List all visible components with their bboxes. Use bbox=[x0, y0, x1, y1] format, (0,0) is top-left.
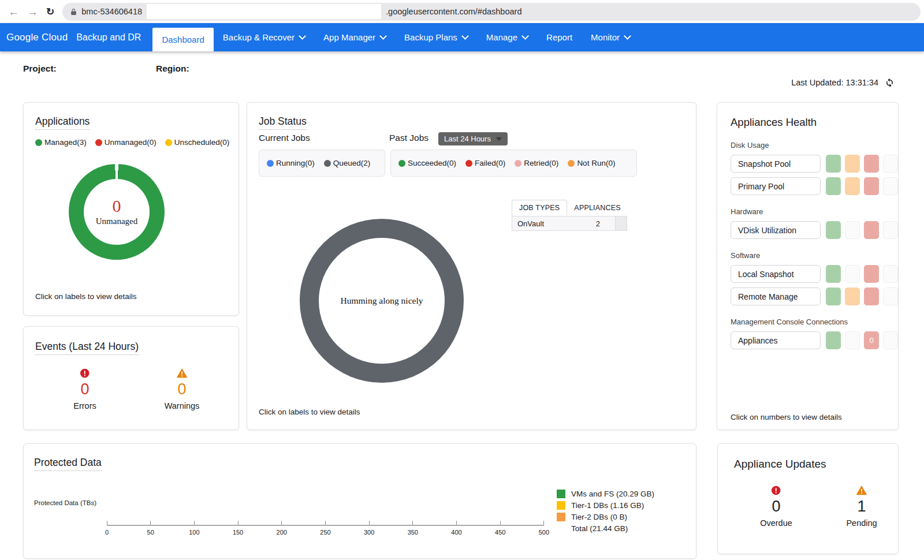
job-status-donut-chart[interactable]: Humming along nicely bbox=[300, 219, 464, 383]
health-cells bbox=[826, 221, 898, 239]
health-cell-none[interactable] bbox=[883, 331, 898, 349]
applications-donut-chart[interactable]: 0 Unmanaged bbox=[69, 164, 165, 260]
health-cell-none[interactable] bbox=[883, 288, 898, 305]
legend-managed[interactable]: Managed(3) bbox=[35, 138, 87, 147]
url-redaction-box bbox=[147, 4, 381, 19]
job-types-table: OnVault 2 bbox=[512, 216, 627, 231]
menu-report[interactable]: Report bbox=[537, 23, 582, 51]
menu-backup-plans[interactable]: Backup Plans bbox=[395, 23, 477, 51]
warnings-stat[interactable]: 0 Warnings bbox=[165, 368, 200, 410]
legend-queued[interactable]: Queued(2) bbox=[324, 159, 371, 167]
unmanaged-dot-icon bbox=[95, 139, 102, 146]
protected-data-ylabel: Protected Data (TBs) bbox=[34, 499, 96, 506]
health-cell-err[interactable]: 0 bbox=[864, 331, 879, 349]
warnings-count[interactable]: 0 bbox=[177, 381, 186, 398]
legend-vms-fs[interactable]: VMs and FS (20.29 GB) bbox=[557, 490, 654, 498]
health-cell-none[interactable] bbox=[883, 177, 898, 195]
legend-tier1-dbs[interactable]: Tier-1 DBs (1.16 GB) bbox=[557, 501, 654, 510]
protected-data-title: Protected Data bbox=[34, 457, 102, 471]
legend-running[interactable]: Running(0) bbox=[267, 159, 315, 167]
vdisk-utilization-button[interactable]: VDisk Utilization bbox=[731, 221, 821, 239]
errors-stat[interactable]: 0 Errors bbox=[73, 368, 96, 410]
events-title: Events (Last 24 Hours) bbox=[35, 341, 139, 355]
health-cell-err[interactable] bbox=[864, 265, 879, 283]
overdue-stat[interactable]: 0 Overdue bbox=[760, 486, 792, 528]
snapshot-pool-button[interactable]: Snapshot Pool bbox=[731, 155, 821, 173]
lock-icon bbox=[70, 8, 77, 16]
health-cell-ok[interactable] bbox=[826, 155, 841, 173]
applications-footnote: Click on labels to view details bbox=[35, 292, 137, 301]
warnings-label: Warnings bbox=[165, 401, 200, 410]
primary-pool-button[interactable]: Primary Pool bbox=[731, 177, 821, 195]
back-icon[interactable]: ← bbox=[8, 6, 19, 17]
health-cell-err[interactable] bbox=[864, 221, 879, 239]
health-cells bbox=[826, 155, 898, 173]
error-icon bbox=[772, 486, 781, 495]
health-row: Remote Manage bbox=[731, 288, 898, 305]
pending-stat[interactable]: 1 Pending bbox=[846, 486, 877, 528]
legend-unmanaged[interactable]: Unmanaged(0) bbox=[95, 138, 157, 147]
running-dot-icon bbox=[267, 160, 274, 167]
legend-succeeded[interactable]: Succeeded(0) bbox=[398, 159, 456, 167]
legend-not-run[interactable]: Not Run(0) bbox=[568, 159, 615, 167]
tab-job-types[interactable]: JOB TYPES bbox=[512, 200, 567, 215]
past-jobs-legend-box: Succeeded(0) Failed(0) Retried(0) Not Ru… bbox=[390, 150, 637, 177]
management-console-connections-label: Management Console Connections bbox=[731, 318, 898, 326]
local-snapshot-button[interactable]: Local Snapshot bbox=[731, 265, 821, 283]
forward-icon[interactable]: → bbox=[27, 6, 38, 17]
health-cell-err[interactable] bbox=[864, 155, 879, 173]
health-cell-none[interactable] bbox=[883, 155, 898, 173]
job-table-tabs: JOB TYPES APPLIANCES bbox=[512, 200, 628, 215]
health-cells bbox=[826, 265, 898, 283]
browser-chrome: ← → ↻ bmc-534606418 .googleusercontent.c… bbox=[0, 0, 924, 23]
health-cell-none[interactable] bbox=[845, 331, 860, 349]
menu-app-manager[interactable]: App Manager bbox=[314, 23, 395, 51]
health-cell-ok[interactable] bbox=[826, 288, 841, 305]
applications-title: Applications bbox=[35, 115, 90, 130]
health-cell-err[interactable] bbox=[864, 177, 879, 195]
health-cell-err[interactable] bbox=[864, 288, 879, 305]
health-cell-none[interactable] bbox=[883, 265, 898, 283]
url-bar[interactable]: bmc-534606418 .googleusercontent.com/#da… bbox=[62, 3, 921, 21]
health-cell-none[interactable] bbox=[845, 265, 860, 283]
legend-unscheduled[interactable]: Unscheduled(0) bbox=[165, 138, 229, 147]
past-jobs-range-dropdown[interactable]: Last 24 Hours bbox=[438, 132, 508, 145]
health-cell-warn[interactable] bbox=[845, 288, 860, 305]
job-status-message: Humming along nicely bbox=[341, 296, 423, 306]
pending-count[interactable]: 1 bbox=[857, 498, 866, 516]
health-cell-warn[interactable] bbox=[845, 155, 860, 173]
errors-count[interactable]: 0 bbox=[80, 381, 89, 398]
disk-usage-label: Disk Usage bbox=[731, 141, 898, 150]
reload-icon[interactable]: ↻ bbox=[46, 7, 54, 17]
failed-dot-icon bbox=[465, 160, 472, 167]
remote-manage-button[interactable]: Remote Manage bbox=[731, 288, 821, 305]
legend-total[interactable]: Total (21.44 GB) bbox=[557, 524, 654, 533]
overdue-count[interactable]: 0 bbox=[772, 498, 780, 516]
job-type-row-onvault[interactable]: OnVault 2 bbox=[512, 216, 616, 231]
health-cells bbox=[826, 177, 898, 195]
health-row: Appliances 0 bbox=[731, 331, 898, 349]
health-row: VDisk Utilization bbox=[731, 221, 898, 239]
appliances-health-title: Appliances Health bbox=[731, 116, 817, 128]
health-cell-warn[interactable] bbox=[845, 177, 860, 195]
health-cell-none[interactable] bbox=[883, 221, 898, 239]
tab-dashboard[interactable]: Dashboard bbox=[152, 28, 213, 51]
menu-backup-recover[interactable]: Backup & Recover bbox=[214, 23, 314, 51]
health-cell-ok[interactable] bbox=[826, 331, 841, 349]
legend-tier2-dbs[interactable]: Tier-2 DBs (0 B) bbox=[557, 513, 654, 521]
retried-dot-icon bbox=[515, 160, 521, 167]
legend-retried[interactable]: Retried(0) bbox=[515, 159, 558, 167]
refresh-icon[interactable] bbox=[884, 77, 895, 88]
overdue-label: Overdue bbox=[760, 518, 792, 528]
chevron-down-icon bbox=[379, 32, 387, 40]
health-cell-none[interactable] bbox=[845, 221, 860, 239]
appliances-button[interactable]: Appliances bbox=[731, 331, 821, 349]
queued-dot-icon bbox=[324, 160, 331, 167]
menu-manage[interactable]: Manage bbox=[477, 23, 537, 51]
menu-monitor[interactable]: Monitor bbox=[582, 23, 639, 51]
tab-appliances[interactable]: APPLIANCES bbox=[567, 200, 628, 215]
health-cell-ok[interactable] bbox=[826, 265, 841, 283]
legend-failed[interactable]: Failed(0) bbox=[465, 159, 505, 167]
health-cell-ok[interactable] bbox=[826, 221, 841, 239]
health-cell-ok[interactable] bbox=[826, 177, 841, 195]
